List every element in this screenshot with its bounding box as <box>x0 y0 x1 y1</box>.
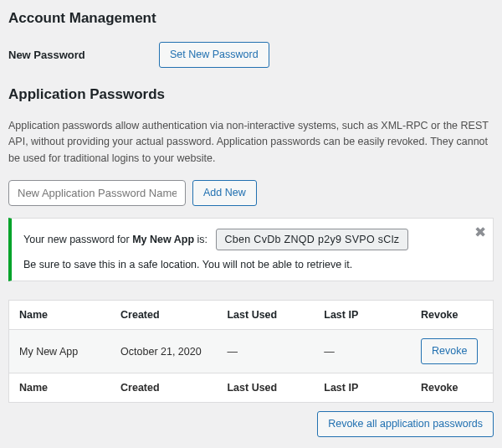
cell-name: My New App <box>9 330 111 373</box>
col-footer-revoke: Revoke <box>411 373 493 403</box>
application-passwords-title: Application Passwords <box>8 86 494 103</box>
new-password-line: Your new password for My New App is: Cbe… <box>23 229 459 250</box>
new-application-name-input[interactable] <box>8 180 186 206</box>
application-passwords-description: Application passwords allow authenticati… <box>8 118 494 167</box>
cell-revoke: Revoke <box>411 330 493 373</box>
new-password-row: New Password Set New Password <box>8 42 494 68</box>
new-password-suffix: is: <box>194 234 207 245</box>
account-management-title: Account Management <box>8 10 494 27</box>
new-password-app-name: My New App <box>132 234 194 245</box>
add-new-application-button[interactable]: Add New <box>192 180 257 206</box>
close-icon[interactable]: ✖ <box>474 225 486 239</box>
cell-last-ip: — <box>314 330 411 373</box>
generated-password-chip[interactable]: Cben CvDb ZNQD p2y9 SVPO sClz <box>216 229 409 250</box>
new-application-row: Add New <box>8 180 494 206</box>
new-password-prefix: Your new password for <box>23 234 132 245</box>
col-footer-created: Created <box>110 373 217 403</box>
col-footer-last-used: Last Used <box>217 373 314 403</box>
cell-created: October 21, 2020 <box>110 330 217 373</box>
col-header-last-used[interactable]: Last Used <box>217 301 314 330</box>
col-header-created[interactable]: Created <box>110 301 217 330</box>
table-row: My New App October 21, 2020 — — Revoke <box>9 330 494 373</box>
col-header-revoke: Revoke <box>411 301 493 330</box>
new-password-notice: ✖ Your new password for My New App is: C… <box>8 218 494 281</box>
revoke-button[interactable]: Revoke <box>421 338 478 364</box>
new-password-save-hint: Be sure to save this in a safe location.… <box>23 259 459 270</box>
col-header-name[interactable]: Name <box>9 301 111 330</box>
col-footer-name: Name <box>9 373 111 403</box>
set-new-password-button[interactable]: Set New Password <box>159 42 269 68</box>
cell-last-used: — <box>217 330 314 373</box>
revoke-all-button[interactable]: Revoke all application passwords <box>317 411 494 437</box>
application-passwords-table: Name Created Last Used Last IP Revoke My… <box>8 300 494 403</box>
col-footer-last-ip: Last IP <box>314 373 411 403</box>
new-password-label: New Password <box>8 49 159 61</box>
col-header-last-ip[interactable]: Last IP <box>314 301 411 330</box>
